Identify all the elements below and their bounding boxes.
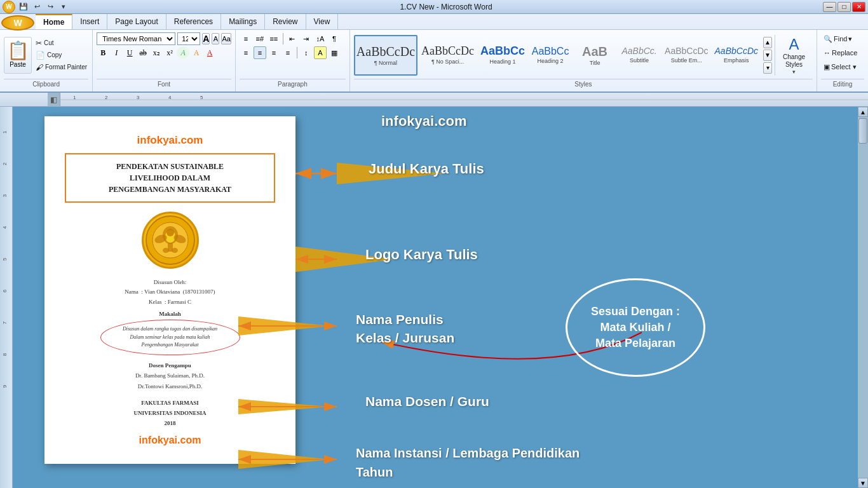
- bullets-button[interactable]: ≡: [240, 32, 252, 45]
- style-heading1[interactable]: AaBbCc Heading 1: [478, 35, 527, 76]
- maximize-btn[interactable]: □: [837, 2, 851, 12]
- shading-button[interactable]: A: [314, 46, 327, 59]
- svg-text:1: 1: [73, 95, 76, 100]
- undo-btn[interactable]: ↩: [31, 1, 43, 13]
- close-btn[interactable]: ✕: [852, 2, 865, 12]
- font-grow-button[interactable]: A: [202, 33, 210, 44]
- svg-text:1: 1: [2, 130, 8, 133]
- replace-button[interactable]: ↔ Replace: [821, 46, 864, 59]
- paper-label: Makalah: [65, 311, 275, 317]
- annotation-judul: Judul Karya Tulis: [369, 161, 484, 177]
- align-right-button[interactable]: ≡: [268, 46, 280, 59]
- tab-pagelayout[interactable]: Page Layout: [107, 14, 166, 29]
- style-subtitle[interactable]: AaBbCc. Subtitle: [618, 35, 661, 76]
- styles-scroll-down[interactable]: ▼: [763, 50, 772, 61]
- font-group-label: Font: [97, 79, 231, 89]
- tab-review[interactable]: Review: [265, 14, 306, 29]
- save-btn[interactable]: 💾: [18, 1, 29, 13]
- font-name-select[interactable]: Times New Roman: [97, 32, 175, 45]
- replace-label: Replace: [832, 49, 857, 57]
- find-button[interactable]: 🔍 Find ▾: [821, 32, 864, 45]
- tab-mailings[interactable]: Mailings: [221, 14, 265, 29]
- select-label: Select ▾: [831, 63, 857, 71]
- style-subtle-label: Subtle Em...: [671, 57, 702, 64]
- style-emphasis[interactable]: AaBbCcDc Emphasis: [712, 35, 761, 76]
- text-effect-button[interactable]: A: [177, 46, 189, 59]
- ruler-left-marker: ◧: [48, 93, 60, 106]
- format-painter-button[interactable]: 🖌 Format Painter: [34, 62, 88, 73]
- bold-button[interactable]: B: [97, 46, 109, 59]
- italic-button[interactable]: I: [110, 46, 123, 59]
- style-normal[interactable]: AaBbCcDc ¶ Normal: [354, 35, 417, 76]
- svg-text:7: 7: [2, 321, 8, 324]
- style-title[interactable]: AaB Title: [573, 35, 616, 76]
- find-icon: 🔍: [824, 35, 832, 43]
- ruler-scale: 1 2 3 4 5: [60, 93, 868, 106]
- highlight-button[interactable]: A: [190, 46, 203, 59]
- scroll-down-arrow[interactable]: ▼: [858, 478, 868, 488]
- lecturer2: Dr.Tontowi Kamsroni,Ph.D.: [65, 381, 275, 391]
- copy-button[interactable]: 📄 Copy: [34, 50, 88, 61]
- increase-indent-button[interactable]: ⇥: [300, 32, 313, 45]
- change-styles-button[interactable]: A ChangeStyles ▾: [775, 35, 813, 76]
- style-heading2[interactable]: AaBbCc Heading 2: [529, 35, 572, 76]
- styles-content: AaBbCcDc ¶ Normal AaBbCcDc ¶ No Spaci...…: [354, 32, 813, 78]
- align-left-button[interactable]: ≡: [240, 46, 252, 59]
- styles-more[interactable]: ▾: [763, 62, 772, 74]
- title-text: PENDEKATAN SUSTAINABLELIVELIHOOD DALAMPE…: [76, 161, 264, 195]
- year: 2018: [65, 418, 275, 428]
- svg-text:9: 9: [2, 384, 8, 388]
- style-nospace-preview: AaBbCcDc: [421, 45, 474, 58]
- scroll-thumb[interactable]: [858, 118, 867, 144]
- superscript-button[interactable]: x²: [163, 46, 176, 59]
- horizontal-ruler: ◧ 1 2 3 4 5: [0, 93, 868, 107]
- justify-button[interactable]: ≡: [281, 46, 294, 59]
- paste-button[interactable]: 📋 Paste: [4, 37, 32, 74]
- scroll-up-arrow[interactable]: ▲: [858, 107, 868, 117]
- replace-icon: ↔: [824, 49, 831, 57]
- style-emphasis-preview: AaBbCcDc: [715, 46, 758, 56]
- numbering-button[interactable]: ≡#: [254, 32, 266, 45]
- tab-references[interactable]: References: [166, 14, 221, 29]
- paper-oval: Disusun dalam rangka tugas dan disampaik…: [100, 320, 240, 355]
- editing-group: 🔍 Find ▾ ↔ Replace ▣ Select ▾ Editing: [817, 30, 868, 92]
- paragraph-group-content: ≡ ≡# ≡≡ ⇤ ⇥ ↕A ¶ ≡ ≡ ≡ ≡ ↕ A ▦: [240, 32, 346, 78]
- decrease-indent-button[interactable]: ⇤: [286, 32, 299, 45]
- multilevel-button[interactable]: ≡≡: [268, 32, 280, 45]
- select-button[interactable]: ▣ Select ▾: [821, 60, 864, 73]
- tab-home[interactable]: Home: [36, 14, 72, 29]
- underline-button[interactable]: U: [123, 46, 136, 59]
- align-center-button[interactable]: ≡: [254, 46, 266, 59]
- svg-point-24: [172, 248, 178, 253]
- minimize-btn[interactable]: —: [823, 2, 836, 12]
- show-marks-button[interactable]: ¶: [328, 32, 341, 45]
- border-button[interactable]: ▦: [328, 46, 341, 59]
- office-button[interactable]: W: [1, 15, 34, 30]
- styles-scroll-up[interactable]: ▲: [763, 37, 772, 48]
- tab-insert[interactable]: Insert: [72, 14, 107, 29]
- style-subtitle-label: Subtitle: [630, 57, 649, 64]
- style-subtle-em[interactable]: AaBbCcDc Subtle Em...: [662, 35, 710, 76]
- cut-button[interactable]: ✂ Cut: [34, 37, 88, 49]
- svg-point-19: [166, 229, 174, 236]
- customize-btn[interactable]: ▾: [58, 1, 69, 13]
- line-spacing-button[interactable]: ↕: [300, 46, 313, 59]
- ribbon: W Home Insert Page Layout References Mai…: [0, 14, 868, 93]
- strikethrough-button[interactable]: ab: [137, 46, 149, 59]
- office-logo[interactable]: W: [3, 1, 15, 13]
- font-size-select[interactable]: 12: [177, 32, 200, 45]
- font-color-button[interactable]: A: [203, 46, 216, 59]
- subscript-button[interactable]: x₂: [150, 46, 163, 59]
- style-emphasis-label: Emphasis: [724, 57, 749, 64]
- annotation-logo: Logo Karya Tulis: [365, 247, 478, 263]
- tab-view[interactable]: View: [306, 14, 339, 29]
- vertical-scrollbar[interactable]: ▲ ▼: [858, 107, 868, 488]
- ribbon-tabs: W Home Insert Page Layout References Mai…: [0, 14, 868, 29]
- clear-format-button[interactable]: Aa: [221, 33, 231, 44]
- annotation-dosen: Nama Dosen / Guru: [365, 394, 489, 409]
- sort-button[interactable]: ↕A: [314, 32, 327, 45]
- style-no-spacing[interactable]: AaBbCcDc ¶ No Spaci...: [419, 35, 477, 76]
- redo-btn[interactable]: ↪: [44, 1, 56, 13]
- font-shrink-button[interactable]: A: [212, 33, 219, 44]
- editing-group-content: 🔍 Find ▾ ↔ Replace ▣ Select ▾: [821, 32, 864, 78]
